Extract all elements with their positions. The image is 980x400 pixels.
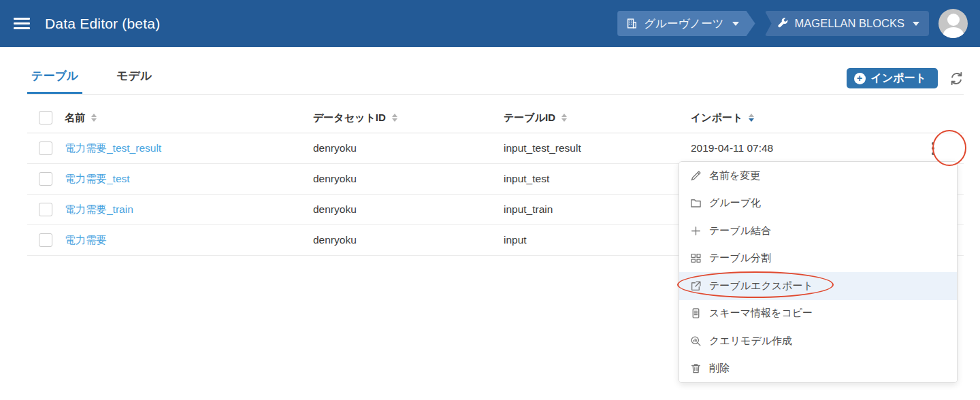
menu-item-copy-schema[interactable]: スキーマ情報をコピー: [679, 300, 957, 328]
dataset-id-cell: denryoku: [313, 234, 504, 246]
column-header-import[interactable]: インポート: [691, 112, 915, 124]
import-button[interactable]: + インポート: [847, 68, 938, 88]
top-right-group: グルーヴノーツ MAGELLAN BLOCKS: [617, 9, 968, 38]
sort-icon: [561, 114, 567, 122]
hamburger-menu-icon[interactable]: [14, 18, 30, 29]
menu-item-group[interactable]: グループ化: [679, 190, 957, 218]
table-header-row: 名前 データセットID テーブルID インポート: [27, 103, 964, 133]
dataset-id-cell: denryoku: [313, 142, 504, 154]
caret-down-icon: [913, 22, 919, 26]
tab-tables[interactable]: テーブル: [27, 68, 82, 94]
service-switcher-label: MAGELLAN BLOCKS: [795, 17, 904, 30]
column-header-dataset-id[interactable]: データセットID: [313, 112, 504, 124]
top-bar: Data Editor (beta) グルーヴノーツ MAGELLAN BLOC…: [0, 0, 980, 47]
menu-item-split[interactable]: テーブル分割: [679, 245, 957, 273]
table-id-cell: input_test_result: [504, 142, 691, 154]
import-button-label: インポート: [871, 71, 927, 86]
sort-icon: [91, 114, 97, 122]
trash-icon: [690, 363, 702, 374]
menu-item-query-model[interactable]: クエリモデル作成: [679, 327, 957, 355]
page-title: Data Editor (beta): [45, 16, 160, 32]
tabs-row: テーブル モデル + インポート: [27, 68, 964, 95]
column-header-table-id[interactable]: テーブルID: [504, 112, 691, 124]
caret-down-icon: [732, 22, 739, 26]
query-icon: [690, 335, 702, 347]
sort-icon-desc: [749, 114, 754, 122]
menu-item-join[interactable]: テーブル結合: [679, 217, 957, 245]
menu-item-rename[interactable]: 名前を変更: [679, 162, 957, 190]
folder-icon: [690, 197, 702, 209]
menu-item-export[interactable]: テーブルエクスポート: [679, 272, 957, 300]
service-switcher-button[interactable]: MAGELLAN BLOCKS: [765, 11, 929, 36]
column-header-name[interactable]: 名前: [65, 112, 313, 124]
plus-icon: [690, 225, 702, 237]
plus-circle-icon: +: [854, 73, 866, 84]
row-checkbox[interactable]: [39, 203, 52, 216]
table-actions: + インポート: [847, 68, 964, 88]
select-all-checkbox[interactable]: [39, 111, 52, 124]
table-id-cell: input_train: [504, 203, 691, 216]
dataset-id-cell: denryoku: [313, 173, 504, 185]
menu-item-delete[interactable]: 削除: [679, 355, 957, 383]
copy-icon: [690, 307, 702, 319]
table-name-link[interactable]: 電力需要_test: [65, 172, 313, 186]
table-name-link[interactable]: 電力需要: [65, 233, 313, 248]
building-icon: [626, 18, 638, 29]
export-icon: [690, 280, 702, 292]
table-row: 電力需要_test_result denryoku input_test_res…: [27, 133, 964, 164]
row-checkbox[interactable]: [39, 141, 52, 155]
table-name-link[interactable]: 電力需要_train: [65, 203, 313, 217]
refresh-icon[interactable]: [949, 71, 964, 86]
table-id-cell: input: [504, 234, 691, 246]
user-avatar[interactable]: [938, 9, 968, 38]
sort-icon: [392, 114, 397, 122]
wrench-icon: [777, 18, 789, 29]
import-date-cell: 2019-04-11 07:48: [691, 142, 915, 154]
tab-list: テーブル モデル: [27, 68, 186, 94]
row-checkbox[interactable]: [39, 172, 52, 186]
row-checkbox[interactable]: [39, 233, 52, 247]
table-name-link[interactable]: 電力需要_test_result: [65, 141, 313, 156]
org-switcher-button[interactable]: グルーヴノーツ: [617, 11, 755, 36]
org-switcher-label: グルーヴノーツ: [644, 16, 723, 31]
kebab-menu-icon[interactable]: [929, 139, 937, 158]
row-context-menu: 名前を変更 グループ化 テーブル結合 テーブル分割 テーブルエクスポート スキー…: [679, 161, 958, 383]
table-id-cell: input_test: [504, 173, 691, 185]
dataset-id-cell: denryoku: [313, 203, 504, 216]
tab-models[interactable]: モデル: [112, 68, 156, 94]
avatar-person-icon: [947, 14, 960, 26]
split-icon: [690, 252, 702, 264]
pencil-icon: [690, 170, 702, 182]
